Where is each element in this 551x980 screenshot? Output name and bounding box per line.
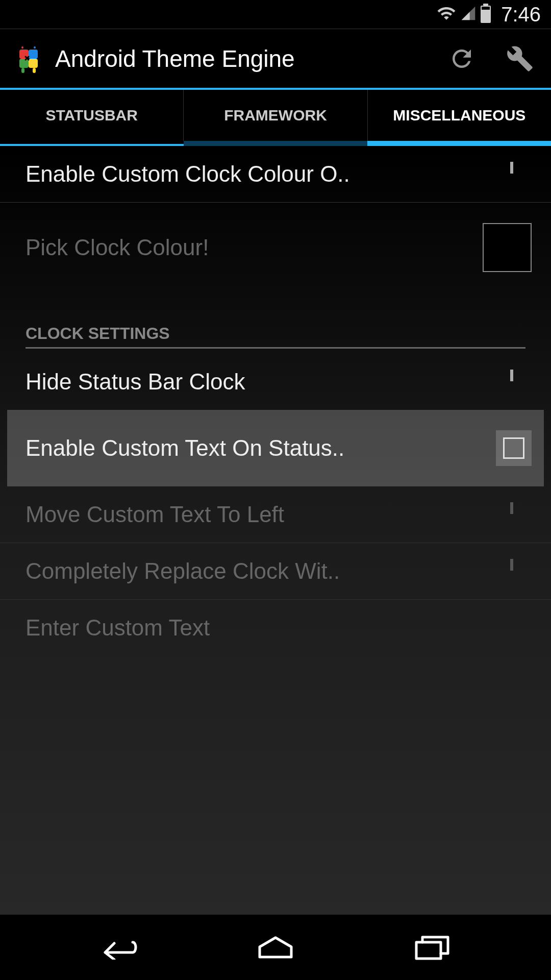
tab-statusbar[interactable]: STATUSBAR	[0, 90, 184, 141]
status-icons	[437, 4, 491, 25]
setting-enter-custom-text[interactable]: Enter Custom Text	[0, 600, 551, 656]
action-icons	[448, 45, 534, 72]
wifi-icon	[437, 4, 456, 25]
setting-label: Enable Custom Clock Colour O..	[26, 161, 510, 187]
setting-pick-clock-colour[interactable]: Pick Clock Colour!	[0, 203, 551, 292]
tab-framework[interactable]: FRAMEWORK	[184, 90, 367, 141]
setting-label: Enter Custom Text	[26, 615, 532, 641]
setting-enable-clock-colour[interactable]: Enable Custom Clock Colour O..	[0, 146, 551, 203]
section-header-clock: CLOCK SETTINGS	[26, 308, 525, 349]
svg-rect-3	[29, 59, 38, 68]
status-bar: 7:46	[0, 0, 551, 29]
checkbox[interactable]	[510, 560, 532, 582]
color-swatch[interactable]	[483, 223, 532, 272]
tab-indicator	[0, 141, 551, 146]
setting-replace-clock[interactable]: Completely Replace Clock Wit..	[0, 543, 551, 600]
nav-home-icon[interactable]	[245, 932, 306, 963]
signal-icon	[460, 5, 477, 23]
setting-label: Enable Custom Text On Status..	[26, 435, 496, 461]
svg-rect-8	[416, 942, 441, 959]
app-icon	[12, 42, 45, 75]
svg-rect-2	[19, 59, 29, 68]
checkbox[interactable]	[510, 371, 532, 393]
refresh-icon[interactable]	[448, 45, 475, 72]
tabs: STATUSBAR FRAMEWORK MISCELLANEOUS	[0, 90, 551, 141]
nav-back-icon[interactable]	[88, 932, 149, 963]
nav-recent-icon[interactable]	[402, 932, 463, 963]
nav-bar	[0, 915, 551, 980]
settings-list: Enable Custom Clock Colour O.. Pick Cloc…	[0, 146, 551, 656]
svg-rect-6	[21, 68, 24, 73]
setting-label: Completely Replace Clock Wit..	[26, 558, 510, 584]
setting-move-text-left[interactable]: Move Custom Text To Left	[0, 486, 551, 543]
action-bar: Android Theme Engine	[0, 29, 551, 88]
setting-label: Pick Clock Colour!	[26, 235, 483, 260]
battery-icon	[481, 6, 491, 23]
setting-label: Move Custom Text To Left	[26, 502, 510, 527]
checkbox[interactable]	[510, 163, 532, 185]
setting-label: Hide Status Bar Clock	[26, 369, 510, 395]
svg-point-5	[34, 46, 36, 48]
app-title: Android Theme Engine	[55, 45, 448, 72]
svg-point-4	[21, 46, 23, 48]
svg-rect-1	[29, 50, 38, 59]
setting-hide-clock[interactable]: Hide Status Bar Clock	[0, 354, 551, 410]
wrench-icon[interactable]	[506, 45, 534, 72]
section-header-wrap: CLOCK SETTINGS	[0, 308, 551, 349]
checkbox[interactable]	[510, 504, 532, 525]
checkbox[interactable]	[496, 430, 532, 466]
tab-miscellaneous[interactable]: MISCELLANEOUS	[368, 90, 551, 141]
svg-rect-7	[33, 68, 36, 73]
status-clock: 7:46	[501, 3, 541, 26]
setting-enable-custom-text[interactable]: Enable Custom Text On Status..	[7, 410, 544, 486]
